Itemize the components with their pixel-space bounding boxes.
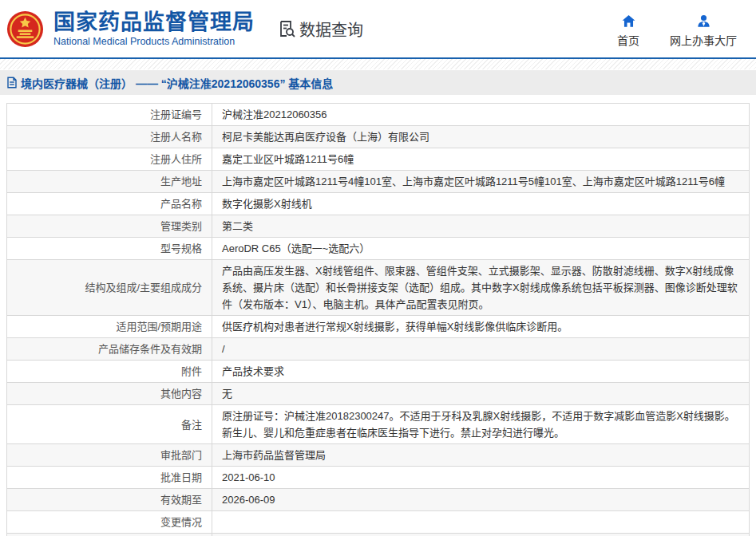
row-label: 产品储存条件及有效期: [7, 338, 212, 361]
table-row: 注册证编号沪械注准20212060356: [7, 104, 750, 126]
page: 国家药品监督管理局 National Medical Products Admi…: [0, 0, 756, 536]
row-label: 批准日期: [7, 467, 212, 489]
row-label: 产品名称: [7, 193, 212, 215]
table-row: 注册人名称柯尼卡美能达再启医疗设备（上海）有限公司: [7, 126, 750, 148]
table-row: 适用范围/预期用途供医疗机构对患者进行常规X射线摄影，获得单幅X射线影像供临床诊…: [7, 316, 750, 338]
person-icon: [696, 14, 711, 29]
info-table: 注册证编号沪械注准20212060356注册人名称柯尼卡美能达再启医疗设备（上海…: [6, 103, 750, 536]
org-title-block: 国家药品监督管理局 National Medical Products Admi…: [53, 10, 255, 48]
row-value: 产品技术要求: [212, 361, 750, 383]
row-label: 附件: [7, 361, 212, 383]
nav-service-hall-label: 网上办事大厅: [670, 32, 737, 48]
row-label: 生产地址: [7, 171, 212, 193]
doc-search-icon: [277, 19, 296, 38]
table-row: 产品名称数字化摄影X射线机: [7, 193, 750, 215]
table-row: 审批部门上海市药品监督管理局: [7, 444, 750, 467]
home-icon: [621, 14, 636, 29]
table-row: 其他内容无: [7, 383, 750, 405]
table-row: 有效期至2026-06-09: [7, 489, 750, 511]
row-value: 柯尼卡美能达再启医疗设备（上海）有限公司: [212, 126, 750, 148]
org-name-en: National Medical Products Administration: [53, 36, 255, 48]
row-value: [212, 511, 750, 534]
site-header: 国家药品监督管理局 National Medical Products Admi…: [0, 0, 756, 57]
row-value: 无: [212, 383, 750, 405]
row-value: 原注册证号：沪械注准20182300247。不适用于牙科及乳腺X射线摄影，不适用…: [212, 405, 750, 444]
row-value: 上海市嘉定区叶城路1211号4幢101室、上海市嘉定区叶城路1211号5幢101…: [212, 171, 750, 193]
breadcrumb: 境内医疗器械（注册） —— “沪械注准20212060356” 基本信息: [0, 70, 756, 95]
table-row: 附件产品技术要求: [7, 361, 750, 383]
row-label: 备注: [7, 405, 212, 444]
row-value: /: [212, 338, 750, 361]
table-row: 型号规格AeroDR C65（选配一~选配六）: [7, 238, 750, 260]
document-icon: [6, 77, 18, 89]
table-row: 结构及组成/主要组成成分产品由高压发生器、X射线管组件、限束器、管组件支架、立式…: [7, 260, 750, 316]
row-label: 注: [7, 534, 212, 536]
row-value: 数字化摄影X射线机: [212, 193, 750, 215]
table-row: 注详情: [7, 534, 750, 536]
row-label: 注册人名称: [7, 126, 212, 148]
table-row: 管理类别第二类: [7, 215, 750, 238]
row-value: 2021-06-10: [212, 467, 750, 489]
row-label: 变更情况: [7, 511, 212, 534]
table-row: 批准日期2021-06-10: [7, 467, 750, 489]
national-emblem-icon: [6, 10, 44, 48]
table-row: 注册人住所嘉定工业区叶城路1211号6幢: [7, 148, 750, 171]
data-query-label: 数据查询: [299, 18, 363, 41]
hatch-strip: [0, 59, 756, 69]
nmpa-logo: 国家药品监督管理局 National Medical Products Admi…: [6, 10, 255, 48]
row-label: 管理类别: [7, 215, 212, 238]
nav-home[interactable]: 首页: [617, 14, 639, 48]
row-label: 注册人住所: [7, 148, 212, 171]
table-row: 产品储存条件及有效期/: [7, 338, 750, 361]
row-value: 详情: [212, 534, 750, 536]
row-value: 产品由高压发生器、X射线管组件、限束器、管组件支架、立式摄影架、显示器、防散射滤…: [212, 260, 750, 316]
row-label: 有效期至: [7, 489, 212, 511]
row-value: 供医疗机构对患者进行常规X射线摄影，获得单幅X射线影像供临床诊断用。: [212, 316, 750, 338]
table-row: 备注原注册证号：沪械注准20182300247。不适用于牙科及乳腺X射线摄影，不…: [7, 405, 750, 444]
breadcrumb-text: 境内医疗器械（注册） —— “沪械注准20212060356” 基本信息: [21, 75, 333, 91]
row-value: 2026-06-09: [212, 489, 750, 511]
row-label: 审批部门: [7, 444, 212, 467]
row-label: 其他内容: [7, 383, 212, 405]
nav-home-label: 首页: [617, 32, 639, 48]
row-value: AeroDR C65（选配一~选配六）: [212, 238, 750, 260]
org-name-cn: 国家药品监督管理局: [53, 10, 255, 34]
data-query-link[interactable]: 数据查询: [277, 18, 363, 41]
table-row: 变更情况: [7, 511, 750, 534]
row-label: 型号规格: [7, 238, 212, 260]
row-label: 结构及组成/主要组成成分: [7, 260, 212, 316]
nav-service-hall[interactable]: 网上办事大厅: [670, 14, 737, 48]
row-value: 上海市药品监督管理局: [212, 444, 750, 467]
row-label: 注册证编号: [7, 104, 212, 126]
table-row: 生产地址上海市嘉定区叶城路1211号4幢101室、上海市嘉定区叶城路1211号5…: [7, 171, 750, 193]
header-nav: 首页 网上办事大厅: [617, 10, 748, 48]
row-value: 第二类: [212, 215, 750, 238]
row-label: 适用范围/预期用途: [7, 316, 212, 338]
table-wrap: 注册证编号沪械注准20212060356注册人名称柯尼卡美能达再启医疗设备（上海…: [0, 95, 756, 536]
row-value: 沪械注准20212060356: [212, 104, 750, 126]
row-value: 嘉定工业区叶城路1211号6幢: [212, 148, 750, 171]
